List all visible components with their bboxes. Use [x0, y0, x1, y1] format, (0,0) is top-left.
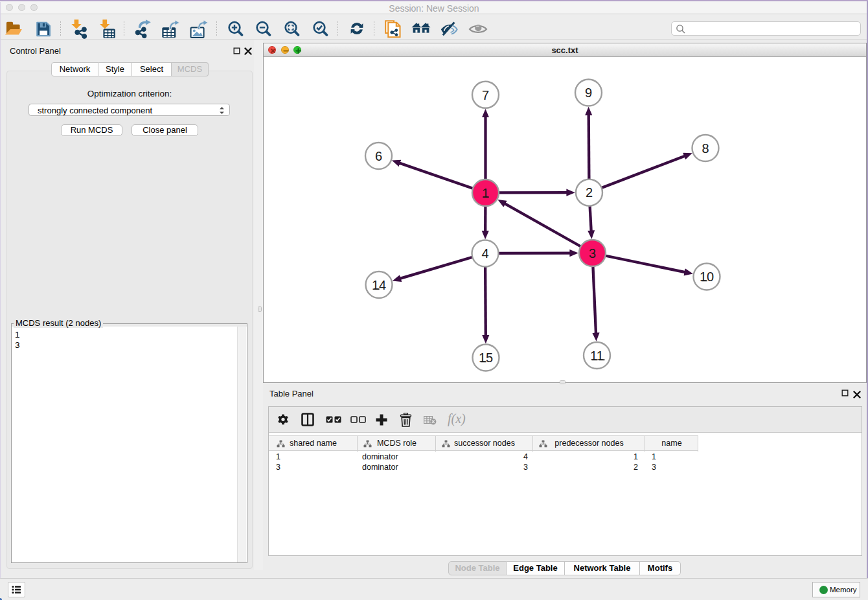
svg-text:14: 14	[372, 278, 386, 292]
svg-text:6: 6	[375, 149, 382, 163]
svg-text:4: 4	[481, 246, 488, 260]
svg-text:11: 11	[590, 349, 604, 363]
svg-text:2: 2	[586, 185, 593, 200]
svg-text:8: 8	[702, 141, 709, 156]
svg-text:15: 15	[479, 351, 493, 365]
svg-text:3: 3	[589, 246, 596, 260]
svg-text:10: 10	[700, 270, 714, 284]
svg-text:9: 9	[585, 86, 592, 100]
svg-text:7: 7	[482, 88, 489, 102]
svg-text:1: 1	[482, 186, 489, 200]
